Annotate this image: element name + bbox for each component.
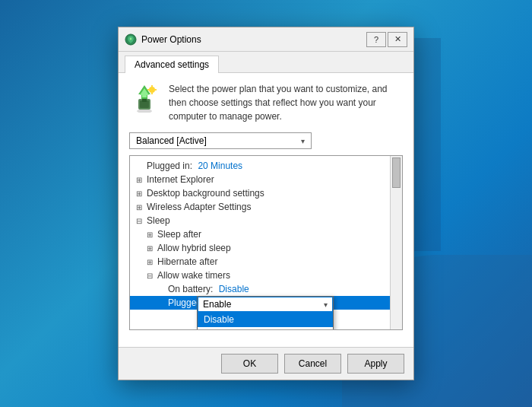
tree-row-hybrid-sleep[interactable]: ⊞ Allow hybrid sleep (130, 241, 390, 255)
info-row: Select the power plan that you want to c… (129, 82, 403, 123)
tree-label-desktop-bg: Desktop background settings (147, 188, 387, 199)
plan-dropdown-value: Balanced [Active] (136, 135, 301, 146)
expand-icon-4: ⊟ (136, 217, 147, 225)
tree-row-hibernate[interactable]: ⊞ Hibernate after (130, 255, 390, 269)
dropdown-arrow-icon: ▾ (324, 300, 328, 309)
tree-label-wake-timers: Allow wake timers (157, 270, 387, 281)
content-area: Select the power plan that you want to c… (119, 73, 413, 347)
dropdown-option-enable[interactable]: Enable (198, 327, 333, 330)
tree-scrollbar[interactable] (390, 156, 402, 329)
wake-timer-dropdown[interactable]: Enable ▾ Disable Enable Important Wake T… (197, 296, 334, 330)
info-description: Select the power plan that you want to c… (169, 82, 403, 123)
button-row: OK Cancel Apply (119, 347, 413, 380)
scrollbar-thumb[interactable] (392, 157, 401, 188)
dropdown-selected-value: Enable (203, 299, 324, 310)
pluggedin-dropdown-row: Plugged in: Enable ▾ Disable Enable Impo… (130, 296, 390, 310)
dropdown-option-disable[interactable]: Disable (198, 312, 333, 327)
power-options-dialog: Power Options ? ✕ Advanced settings (118, 27, 414, 380)
expand-icon-8: ⊟ (147, 272, 157, 280)
dropdown-header[interactable]: Enable ▾ (198, 297, 333, 312)
apply-button[interactable]: Apply (347, 354, 404, 374)
tree-label-sleep-after: Sleep after (157, 229, 387, 240)
tab-bar: Advanced settings (119, 52, 413, 73)
tree-label-sleep: Sleep (147, 215, 387, 226)
title-bar-controls: ? ✕ (366, 32, 407, 47)
tree-row-wireless[interactable]: ⊞ Wireless Adapter Settings (130, 200, 390, 214)
dialog-title: Power Options (141, 34, 366, 45)
tree-row-wake-timers[interactable]: ⊟ Allow wake timers (130, 269, 390, 282)
ok-button[interactable]: OK (221, 354, 278, 374)
help-button[interactable]: ? (366, 32, 386, 47)
settings-tree: Plugged in: 20 Minutes ⊞ Internet Explor… (129, 155, 403, 330)
svg-rect-6 (142, 99, 147, 102)
tree-label-hibernate: Hibernate after (157, 256, 387, 267)
tree-row-desktop-bg[interactable]: ⊞ Desktop background settings (130, 186, 390, 200)
expand-icon-6: ⊞ (147, 244, 157, 253)
tree-label-hybrid-sleep: Allow hybrid sleep (157, 243, 387, 253)
tree-row-on-battery[interactable]: On battery: Disable (130, 282, 390, 296)
cancel-button[interactable]: Cancel (284, 354, 341, 374)
expand-icon-5: ⊞ (147, 231, 157, 239)
plan-dropdown-row: Balanced [Active] ▾ (129, 132, 403, 149)
title-bar: Power Options ? ✕ (119, 27, 413, 52)
tree-row-sleep[interactable]: ⊟ Sleep (130, 214, 390, 227)
plan-dropdown[interactable]: Balanced [Active] ▾ (129, 132, 312, 149)
expand-icon-1: ⊞ (136, 176, 147, 184)
plan-dropdown-arrow: ▾ (301, 137, 305, 145)
tree-row-ie[interactable]: ⊞ Internet Explorer (130, 173, 390, 186)
expand-icon-2: ⊞ (136, 189, 147, 198)
close-button[interactable]: ✕ (388, 32, 407, 47)
tree-label-ie: Internet Explorer (147, 174, 387, 185)
tab-advanced-settings[interactable]: Advanced settings (125, 56, 219, 73)
tree-inner: Plugged in: 20 Minutes ⊞ Internet Explor… (130, 156, 402, 330)
tree-label-wireless: Wireless Adapter Settings (147, 202, 387, 212)
power-plan-icon (129, 82, 160, 113)
tree-row-pluggedin-top[interactable]: Plugged in: 20 Minutes (130, 159, 390, 173)
expand-icon-7: ⊞ (147, 258, 157, 266)
dialog-icon (125, 33, 137, 46)
tree-row-sleep-after[interactable]: ⊞ Sleep after (130, 227, 390, 241)
svg-point-7 (149, 87, 155, 93)
expand-icon-3: ⊞ (136, 203, 147, 211)
